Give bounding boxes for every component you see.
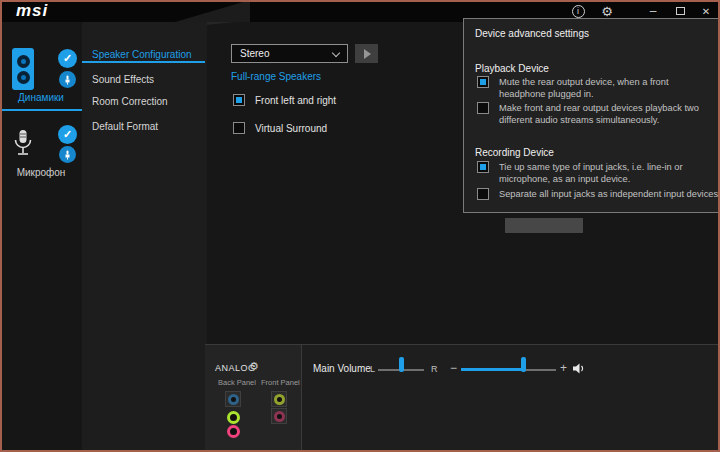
option-virtual-surround[interactable]: Virtual Surround (233, 122, 327, 134)
recording-device-heading: Recording Device (475, 147, 554, 158)
jack-connected-icon (59, 146, 76, 163)
checkbox-unchecked[interactable] (233, 122, 245, 134)
chevron-down-icon (332, 49, 340, 57)
selected-menu-underline (82, 61, 205, 63)
bottom-bar: ANALOG ⚙ Back Panel Front Panel Main Vol… (205, 344, 720, 452)
panel-title: Device advanced settings (475, 28, 589, 39)
front-mic-jack[interactable] (271, 408, 287, 424)
info-icon: i (572, 5, 585, 18)
checkbox-checked[interactable] (233, 94, 245, 106)
header-facet (175, 0, 250, 22)
gear-icon: ⚙ (601, 5, 613, 18)
channel-select-value: Stereo (240, 48, 269, 59)
background-button[interactable] (505, 218, 583, 233)
speaker-group-label: Full-range Speakers (231, 71, 321, 82)
checkbox-unchecked[interactable] (477, 188, 489, 200)
plug-icon (64, 75, 71, 85)
checkbox-checked[interactable] (477, 76, 489, 88)
jack-settings-gear-icon[interactable]: ⚙ (249, 360, 259, 373)
device-rail: ✓ Динамики ✓ (0, 22, 82, 452)
balance-slider-thumb[interactable] (399, 357, 404, 372)
speaker-device-icon (12, 48, 34, 90)
playback-device-heading: Playback Device (475, 63, 549, 74)
menu-item-sound-effects[interactable]: Sound Effects (92, 74, 154, 85)
test-play-button[interactable] (355, 44, 378, 63)
line-out-jack[interactable] (227, 411, 240, 424)
default-device-check-icon: ✓ (58, 49, 77, 68)
menu-item-default-format[interactable]: Default Format (92, 121, 158, 132)
plug-icon (64, 150, 71, 160)
microphone-device-icon (11, 129, 35, 161)
front-headphone-jack[interactable] (271, 391, 287, 407)
play-icon (364, 49, 371, 59)
volume-slider-fill (461, 368, 523, 371)
maximize-icon (676, 7, 685, 15)
volume-plus-button[interactable]: + (560, 361, 567, 375)
line-in-jack[interactable] (225, 391, 241, 407)
speaker-mute-icon[interactable] (573, 363, 586, 374)
checkbox-unchecked[interactable] (477, 102, 489, 114)
channel-select[interactable]: Stereo (231, 44, 348, 63)
balance-left-label: L (370, 364, 375, 374)
mic-in-jack[interactable] (227, 425, 240, 438)
volume-minus-button[interactable]: − (450, 361, 457, 375)
option-dual-streams[interactable]: Make front and rear output devices playb… (477, 102, 711, 126)
jack-connected-icon (59, 71, 76, 88)
app-window: msi i ⚙ – ✕ ✓ (0, 0, 720, 452)
option-front-left-right[interactable]: Front left and right (233, 94, 336, 106)
volume-slider-thumb[interactable] (521, 357, 526, 372)
device-label-speakers: Динамики (0, 92, 82, 103)
device-label-microphone: Микрофон (0, 167, 82, 178)
front-panel-label: Front Panel (261, 378, 300, 387)
menu-item-room-correction[interactable]: Room Correction (92, 96, 168, 107)
option-mute-rear-output[interactable]: Mute the rear output device, when a fron… (477, 76, 711, 100)
checkbox-checked[interactable] (477, 161, 489, 173)
back-panel-label: Back Panel (218, 378, 256, 387)
balance-right-label: R (431, 364, 438, 374)
default-device-check-icon: ✓ (58, 125, 77, 144)
device-advanced-settings-panel: Device advanced settings Playback Device… (463, 18, 719, 213)
menu-column: Speaker Configuration Sound Effects Room… (82, 22, 207, 452)
selected-device-underline (0, 109, 82, 111)
option-separate-jacks[interactable]: Separate all input jacks as independent … (477, 188, 711, 200)
msi-logo: msi (16, 1, 48, 21)
main-volume-label: Main Volume (313, 363, 371, 374)
analog-jack-panel: ANALOG ⚙ Back Panel Front Panel (205, 345, 302, 452)
menu-item-speaker-configuration[interactable]: Speaker Configuration (92, 49, 192, 60)
option-tie-up-jacks[interactable]: Tie up same type of input jacks, i.e. li… (477, 161, 711, 185)
